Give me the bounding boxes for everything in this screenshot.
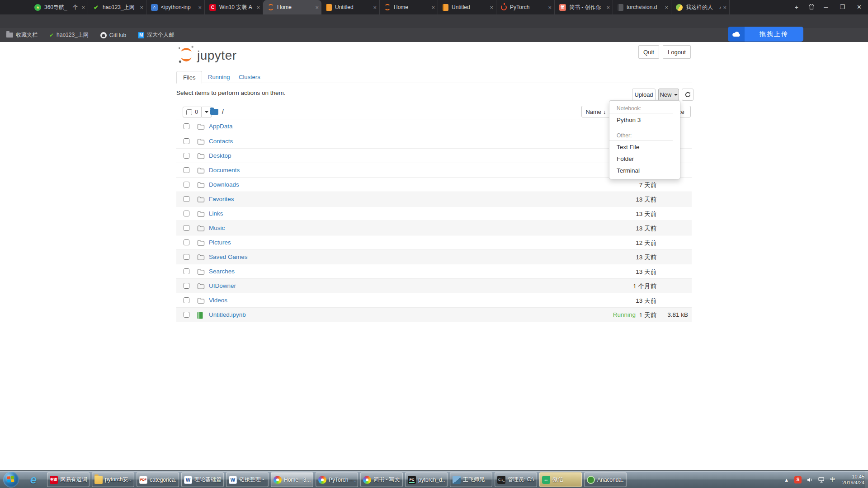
select-all-group[interactable]: 0	[183, 107, 212, 117]
taskbar-button-pdf[interactable]: PDFcategorica...	[137, 472, 179, 487]
menu-item-python3[interactable]: Python 3	[609, 114, 680, 126]
file-link[interactable]: Pictures	[209, 239, 231, 246]
taskbar-button-cmd[interactable]: C:\_管理员: C:\...	[495, 472, 537, 487]
row-checkbox[interactable]	[184, 254, 189, 260]
tab-close-icon[interactable]: ×	[81, 4, 85, 11]
tab-close-icon[interactable]: ×	[373, 4, 377, 11]
tray-clock[interactable]: 10:45 2019/4/24	[842, 474, 864, 486]
row-checkbox[interactable]	[184, 182, 189, 188]
row-checkbox[interactable]	[184, 138, 189, 144]
breadcrumb[interactable]: /	[222, 108, 224, 115]
taskbar-button-browser-home[interactable]: Home - 3...	[271, 472, 313, 487]
tab-close-icon[interactable]: ×	[315, 4, 319, 11]
sort-name-button[interactable]: Name↓	[581, 106, 610, 117]
browser-tab[interactable]: hao123_上网×	[88, 0, 146, 14]
menu-item-terminal[interactable]: Terminal	[609, 165, 680, 177]
tab-running[interactable]: Running	[202, 71, 236, 83]
file-link[interactable]: Links	[209, 210, 223, 217]
file-link[interactable]: AppData	[209, 123, 233, 130]
breadcrumb-folder-icon[interactable]	[210, 109, 218, 115]
row-checkbox[interactable]	[184, 196, 189, 202]
skin-icon[interactable]	[808, 4, 815, 11]
internet-explorer-button[interactable]: e	[23, 472, 44, 488]
browser-tab[interactable]: <ipython-inp×	[146, 0, 205, 14]
tab-close-icon[interactable]: ×	[140, 4, 143, 11]
table-row[interactable]: Untitled.ipynb Running 1 天前 3.81 kB	[176, 307, 692, 322]
tab-close-icon[interactable]: ×	[606, 4, 610, 11]
file-link[interactable]: Favorites	[209, 196, 234, 202]
browser-tab[interactable]: Untitled×	[321, 0, 380, 14]
browser-tab[interactable]: Untitled×	[438, 0, 496, 14]
browser-tab[interactable]: PyTorch×	[496, 0, 555, 14]
new-tab-button[interactable]: +	[795, 4, 798, 11]
taskbar-button-word1[interactable]: W理论基础篇...	[181, 472, 224, 487]
logout-button[interactable]: Logout	[663, 45, 691, 59]
refresh-list-button[interactable]	[682, 89, 693, 101]
table-row[interactable]: UIDowner 1 个月前	[176, 278, 692, 293]
taskbar-button-browser-pytorch[interactable]: PyTorch – ...	[316, 472, 358, 487]
tab-close-icon[interactable]: ×	[198, 4, 202, 11]
taskbar-button-photo[interactable]: 王飞师兄	[450, 472, 492, 487]
table-row[interactable]: Searches 13 天前	[176, 264, 692, 278]
input-language-icon[interactable]: 中	[830, 476, 835, 483]
file-link[interactable]: Searches	[209, 268, 235, 275]
browser-tab[interactable]: Win10 安装 A×	[205, 0, 263, 14]
tab-close-icon[interactable]: ×	[665, 4, 668, 11]
table-row[interactable]: Favorites 13 天前	[176, 192, 692, 206]
taskbar-button-anaconda[interactable]: Anaconda...	[584, 472, 627, 487]
file-link[interactable]: Music	[209, 225, 225, 231]
new-button[interactable]: New	[658, 89, 679, 101]
browser-tab[interactable]: 360导航_一个×	[30, 0, 88, 14]
upload-button[interactable]: Upload	[632, 89, 656, 101]
tray-speaker-icon[interactable]	[807, 477, 813, 483]
table-row[interactable]: Videos 13 天前	[176, 293, 692, 307]
tray-expand-icon[interactable]: ▲	[784, 477, 789, 483]
browser-tab-active[interactable]: Home×	[263, 0, 321, 14]
table-row[interactable]: Links 13 天前	[176, 206, 692, 221]
file-link[interactable]: Videos	[209, 297, 227, 304]
tab-close-icon[interactable]: ×	[548, 4, 552, 11]
close-button[interactable]: ✕	[857, 4, 862, 10]
browser-tab[interactable]: torchvision.d×	[613, 0, 671, 14]
sogou-input-icon[interactable]: S	[794, 476, 802, 483]
tab-close-icon[interactable]: ×	[723, 4, 726, 11]
file-link[interactable]: Documents	[209, 167, 240, 174]
row-checkbox[interactable]	[184, 167, 189, 173]
menu-item-folder[interactable]: Folder	[609, 153, 680, 165]
jupyter-logo[interactable]: jupyter	[177, 45, 237, 64]
file-link[interactable]: Downloads	[209, 181, 239, 188]
menu-item-text-file[interactable]: Text File	[609, 141, 680, 153]
bookmark-github[interactable]: GitHub	[100, 32, 126, 38]
file-link[interactable]: UIDowner	[209, 282, 236, 289]
row-checkbox[interactable]	[184, 211, 189, 216]
file-link[interactable]: Contacts	[209, 138, 233, 145]
table-row[interactable]: Pictures 12 天前	[176, 235, 692, 249]
start-button[interactable]	[3, 472, 19, 488]
table-row[interactable]: Saved Games 13 天前	[176, 249, 692, 264]
tab-close-icon[interactable]: ×	[256, 4, 260, 11]
file-link[interactable]: Saved Games	[209, 253, 248, 260]
row-checkbox[interactable]	[184, 123, 189, 129]
taskbar-button-wechat[interactable]: 微信	[539, 472, 582, 487]
tab-close-icon[interactable]: ×	[431, 4, 435, 11]
taskbar-button-youdao[interactable]: 有道网易有道词...	[47, 472, 90, 487]
table-row[interactable]: Music 13 天前	[176, 221, 692, 235]
row-checkbox[interactable]	[184, 153, 189, 159]
bookmarks-folder[interactable]: 收藏夹栏	[6, 31, 38, 39]
show-desktop-button[interactable]	[865, 471, 868, 488]
restore-button[interactable]: ❐	[840, 4, 845, 10]
bookmark-mail[interactable]: M深大个人邮	[138, 31, 174, 39]
taskbar-button-browser-jianshu[interactable]: 简书 - 写文...	[360, 472, 403, 487]
taskbar-button-word2[interactable]: W链接整理 - ...	[226, 472, 269, 487]
quit-button[interactable]: Quit	[638, 45, 659, 59]
row-checkbox[interactable]	[184, 225, 189, 231]
minimize-button[interactable]: ─	[824, 4, 828, 10]
tab-clusters[interactable]: Clusters	[232, 71, 267, 83]
bookmark-hao123[interactable]: ✔hao123_上网	[49, 31, 89, 39]
tray-network-icon[interactable]	[818, 477, 825, 483]
row-checkbox[interactable]	[184, 297, 189, 303]
row-checkbox[interactable]	[184, 239, 189, 245]
file-link[interactable]: Untitled.ipynb	[209, 311, 246, 318]
row-checkbox[interactable]	[184, 268, 189, 274]
browser-tab[interactable]: Home×	[380, 0, 438, 14]
